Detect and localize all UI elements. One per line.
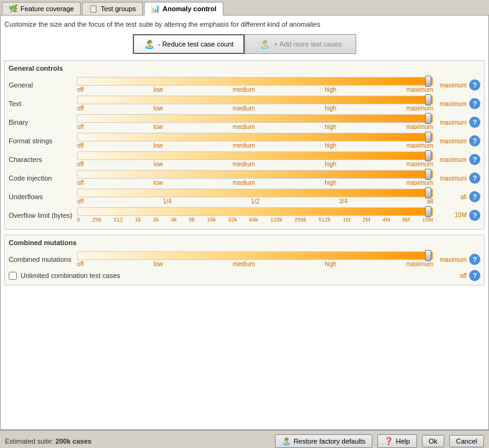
characters-slider[interactable] — [77, 151, 433, 160]
characters-slider-labels: offlowmediumhighmaximum — [77, 161, 433, 168]
unlimited-label[interactable]: Unlimited combination test cases — [20, 272, 436, 279]
underflows-slider-container: off1/41/23/4all — [77, 189, 433, 205]
reduce-label: - Reduce test case count — [158, 40, 234, 48]
combined-mutations-control-row: Combined mutations offlowmediumhighmaxim… — [9, 251, 480, 267]
characters-slider-container: offlowmediumhighmaximum — [77, 151, 433, 168]
feature-coverage-icon: 🌿 — [9, 4, 18, 13]
code-injection-slider-container: offlowmediumhighmaximum — [77, 170, 433, 186]
overflow-limit-help-button[interactable]: ? — [469, 210, 480, 221]
add-test-case-button[interactable]: 🏝️ + Add more test cases — [244, 34, 356, 54]
code-injection-label: Code injection — [9, 174, 77, 182]
tab-feature-coverage[interactable]: 🌿 Feature coverage — [2, 2, 81, 15]
overflow-limit-slider-container: 02565121k2k4k8k16k32k64k128k256k512k1M2M… — [77, 207, 433, 223]
underflows-slider-labels: off1/41/23/4all — [77, 198, 433, 205]
text-control-row: Text offlowmediumhighmaximum maximum ? — [9, 96, 480, 112]
characters-help-button[interactable]: ? — [469, 154, 480, 165]
underflows-label: Underflows — [9, 193, 77, 200]
binary-control-row: Binary offlowmediumhighmaximum maximum ? — [9, 114, 480, 130]
underflows-control-row: Underflows off1/41/23/4all all ? — [9, 189, 480, 205]
underflows-value: all — [436, 194, 467, 200]
format-strings-slider[interactable] — [77, 133, 433, 141]
code-injection-value: maximum — [436, 175, 467, 182]
general-slider[interactable] — [77, 77, 433, 86]
binary-value: maximum — [436, 119, 467, 126]
binary-slider[interactable] — [77, 114, 433, 123]
cancel-button[interactable]: Cancel — [449, 435, 484, 447]
characters-value: maximum — [436, 156, 467, 163]
tab-bar: 🌿 Feature coverage 📋 Test groups 📊 Anoma… — [0, 0, 489, 16]
suite-value: 200k cases — [55, 437, 91, 445]
unlimited-checkbox-row: Unlimited combination test cases off ? — [9, 270, 480, 281]
underflows-help-button[interactable]: ? — [469, 191, 480, 202]
text-value: maximum — [436, 101, 467, 107]
help-icon: ❓ — [384, 437, 393, 446]
general-label: General — [9, 81, 77, 89]
binary-slider-labels: offlowmediumhighmaximum — [77, 123, 433, 130]
help-button[interactable]: ❓ Help — [377, 434, 417, 448]
restore-defaults-button[interactable]: 🏝️ Restore factory defaults — [275, 434, 372, 448]
general-value: maximum — [436, 82, 467, 89]
text-slider-container: offlowmediumhighmaximum — [77, 96, 433, 112]
restore-icon: 🏝️ — [282, 437, 291, 446]
add-icon: 🏝️ — [259, 39, 270, 49]
unlimited-checkbox[interactable] — [9, 272, 17, 280]
combined-mutations-label: Combined mutations — [9, 256, 77, 263]
code-injection-help-button[interactable]: ? — [469, 172, 480, 184]
suite-label: Estimated suite: — [5, 437, 53, 445]
text-slider[interactable] — [77, 96, 433, 104]
ok-button[interactable]: Ok — [422, 435, 444, 447]
overflow-limit-control-row: Overflow limit (bytes) 02565121k2k4k8k16… — [9, 207, 480, 223]
format-strings-value: maximum — [436, 138, 467, 145]
overflow-limit-label: Overflow limit (bytes) — [9, 212, 77, 219]
combined-mutations-slider[interactable] — [77, 251, 433, 260]
test-groups-icon: 📋 — [89, 4, 98, 13]
tab-anomaly-control[interactable]: 📊 Anomaly control — [144, 2, 223, 16]
tab-anomaly-control-label: Anomaly control — [163, 5, 217, 12]
island-icon: 🏝️ — [144, 39, 155, 49]
tab-feature-coverage-label: Feature coverage — [20, 5, 74, 12]
text-slider-labels: offlowmediumhighmaximum — [77, 105, 433, 112]
code-injection-control-row: Code injection offlowmediumhighmaximum m… — [9, 170, 480, 186]
combined-mutations-title: Combined mutations — [9, 238, 480, 248]
overflow-limit-slider[interactable] — [77, 207, 433, 216]
ok-label: Ok — [429, 437, 437, 445]
combined-mutations-slider-container: offlowmediumhighmaximum — [77, 251, 433, 267]
combined-mutations-section: Combined mutations Combined mutations of… — [4, 235, 485, 285]
format-strings-slider-labels: offlowmediumhighmaximum — [77, 142, 433, 149]
overflow-limit-slider-labels: 02565121k2k4k8k16k32k64k128k256k512k1M2M… — [77, 217, 433, 223]
anomaly-control-icon: 📊 — [151, 4, 160, 13]
characters-control-row: Characters offlowmediumhighmaximum maxim… — [9, 151, 480, 168]
action-buttons: 🏝️ - Reduce test case count 🏝️ + Add mor… — [4, 34, 485, 54]
tab-test-groups[interactable]: 📋 Test groups — [82, 2, 143, 15]
description: Customize the size and the focus of the … — [4, 19, 485, 29]
combined-mutations-value: maximum — [436, 256, 467, 263]
binary-help-button[interactable]: ? — [469, 117, 480, 128]
tab-test-groups-label: Test groups — [101, 5, 136, 12]
underflows-slider[interactable] — [77, 189, 433, 197]
reduce-test-case-button[interactable]: 🏝️ - Reduce test case count — [133, 34, 245, 54]
combined-mutations-slider-labels: offlowmediumhighmaximum — [77, 261, 433, 267]
format-strings-help-button[interactable]: ? — [469, 135, 480, 146]
help-label: Help — [396, 437, 410, 445]
general-controls-title: General controls — [9, 63, 480, 73]
general-help-button[interactable]: ? — [469, 79, 480, 91]
suite-info: Estimated suite: 200k cases — [5, 437, 270, 445]
general-control-row: General offlowmediumhighmaximum maximum … — [9, 77, 480, 93]
binary-slider-container: offlowmediumhighmaximum — [77, 114, 433, 130]
cancel-label: Cancel — [456, 437, 477, 445]
format-strings-control-row: Format strings offlowmediumhighmaximum m… — [9, 133, 480, 149]
bottom-bar: Estimated suite: 200k cases 🏝️ Restore f… — [0, 430, 489, 448]
text-help-button[interactable]: ? — [469, 98, 480, 109]
restore-label: Restore factory defaults — [294, 437, 366, 445]
binary-label: Binary — [9, 119, 77, 126]
characters-label: Characters — [9, 156, 77, 163]
general-controls-section: General controls General offlowmediumhig… — [4, 60, 485, 230]
code-injection-slider-labels: offlowmediumhighmaximum — [77, 179, 433, 186]
format-strings-slider-container: offlowmediumhighmaximum — [77, 133, 433, 149]
unlimited-value: off — [436, 272, 467, 279]
general-slider-labels: offlowmediumhighmaximum — [77, 86, 433, 93]
overflow-limit-value: 10M — [436, 212, 467, 218]
code-injection-slider[interactable] — [77, 170, 433, 179]
combined-mutations-help-button[interactable]: ? — [469, 254, 480, 265]
unlimited-help-button[interactable]: ? — [469, 270, 480, 281]
